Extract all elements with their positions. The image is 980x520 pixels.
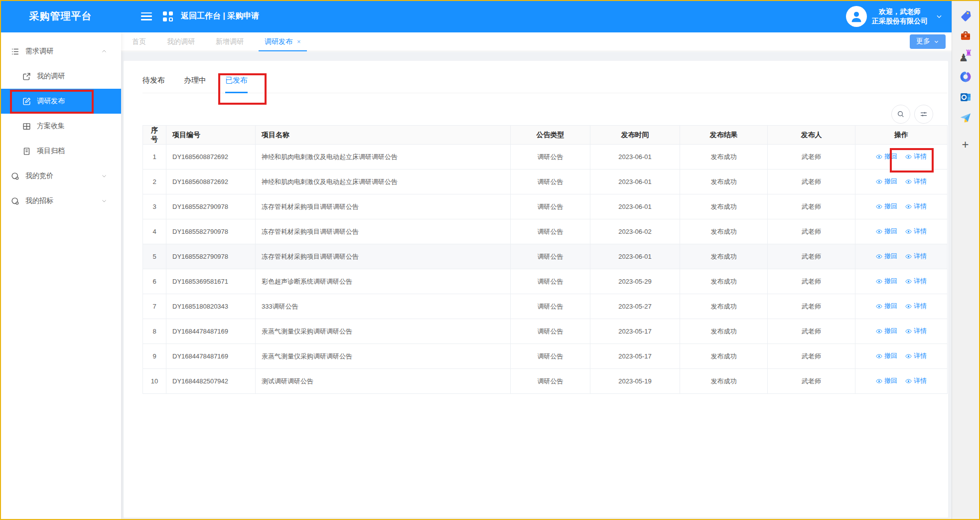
content-area: 待发布 办理中 已发布 序号项目编号项目名称公告类型发布时间发布结果发布人操作 …	[121, 52, 952, 520]
sidebar-item-my-bidding[interactable]: 我的竞价	[0, 164, 121, 188]
detail-link[interactable]: 详情	[905, 177, 927, 186]
workspace-link[interactable]: 返回工作台 | 采购申请	[181, 11, 259, 21]
outlook-icon[interactable]	[959, 91, 972, 104]
search-button[interactable]	[891, 105, 910, 124]
close-icon[interactable]: ×	[297, 38, 301, 45]
withdraw-label: 撤回	[884, 327, 897, 336]
sidebar-item-demand-survey[interactable]: 需求调研	[0, 39, 121, 64]
user-icon	[849, 9, 864, 24]
sidebar-item-survey-publish[interactable]: 调研发布	[0, 89, 121, 114]
withdraw-link[interactable]: 撤回	[876, 376, 897, 385]
sidebar-item-label: 项目归档	[37, 147, 65, 156]
tab-my-survey[interactable]: 我的调研	[161, 32, 201, 51]
sidebar-item-my-survey[interactable]: 我的调研	[0, 64, 121, 89]
detail-link[interactable]: 详情	[905, 277, 927, 286]
row-index-cell: 9	[143, 344, 166, 369]
publish-date-cell: 2023-05-17	[590, 344, 680, 369]
m365-icon[interactable]	[959, 70, 972, 83]
notice-type-cell: 调研公告	[511, 269, 590, 294]
withdraw-label: 撤回	[884, 227, 897, 236]
withdraw-link[interactable]: 撤回	[876, 227, 897, 236]
eye-icon	[876, 328, 882, 335]
chess-icon[interactable]: ♜ ♟	[959, 50, 972, 63]
table-row: 6DY1685369581671彩色超声诊断系统调研调研公告调研公告2023-0…	[143, 269, 948, 294]
sidebar-item-plan-collect[interactable]: 方案收集	[0, 114, 121, 139]
dashboard-grid-icon[interactable]	[163, 11, 173, 21]
menu-list-icon	[11, 47, 19, 56]
column-header-1: 项目编号	[166, 126, 256, 145]
browser-side-panel: ♜ ♟ +	[952, 0, 979, 520]
table-row: 9DY1684478487169汞蒸气测量仪采购调研调研公告调研公告2023-0…	[143, 344, 948, 369]
tab-new-survey[interactable]: 新增调研	[210, 32, 250, 51]
project-id-cell: DY1685582790978	[166, 244, 256, 269]
withdraw-label: 撤回	[884, 277, 897, 286]
row-index-cell: 7	[143, 294, 166, 319]
row-index-cell: 5	[143, 244, 166, 269]
detail-link[interactable]: 详情	[905, 227, 927, 236]
withdraw-link[interactable]: 撤回	[876, 202, 897, 211]
project-id-cell: DY1684478487169	[166, 319, 256, 344]
withdraw-link[interactable]: 撤回	[876, 327, 897, 336]
detail-link[interactable]: 详情	[905, 202, 927, 211]
withdraw-link[interactable]: 撤回	[876, 302, 897, 311]
detail-label: 详情	[914, 252, 927, 261]
row-index-cell: 2	[143, 170, 166, 194]
filter-button[interactable]	[914, 105, 933, 124]
project-name-cell: 汞蒸气测量仪采购调研调研公告	[256, 319, 511, 344]
detail-link[interactable]: 详情	[905, 302, 927, 311]
column-header-4: 发布时间	[590, 126, 680, 145]
tab-home[interactable]: 首页	[126, 32, 152, 51]
subtab-published[interactable]: 已发布	[225, 76, 248, 93]
detail-link[interactable]: 详情	[905, 252, 927, 261]
eye-icon	[876, 253, 882, 260]
detail-label: 详情	[914, 302, 927, 311]
chess-pawn-glyph: ♟	[959, 52, 969, 64]
subtab-processing[interactable]: 办理中	[184, 76, 206, 93]
eye-icon	[905, 228, 912, 235]
withdraw-label: 撤回	[884, 302, 897, 311]
detail-link[interactable]: 详情	[905, 376, 927, 385]
tab-survey-publish[interactable]: 调研发布 ×	[259, 32, 307, 51]
detail-link[interactable]: 详情	[905, 152, 927, 161]
subtab-pending[interactable]: 待发布	[142, 76, 165, 93]
project-id-cell: DY1685608872692	[166, 145, 256, 170]
sidebar-item-project-archive[interactable]: 项目归档	[0, 139, 121, 164]
tab-label: 新增调研	[216, 37, 244, 46]
tab-label: 我的调研	[167, 37, 195, 46]
withdraw-link[interactable]: 撤回	[876, 152, 897, 161]
withdraw-link[interactable]: 撤回	[876, 351, 897, 360]
detail-label: 详情	[914, 327, 927, 336]
chevron-down-icon	[934, 39, 939, 44]
sidebar-item-my-tender[interactable]: 我的招标	[0, 188, 121, 213]
project-id-cell: DY1684482507942	[166, 369, 256, 394]
detail-label: 详情	[914, 277, 927, 286]
tag-icon[interactable]	[959, 9, 972, 22]
detail-link[interactable]: 详情	[905, 327, 927, 336]
notice-type-cell: 调研公告	[511, 319, 590, 344]
sidebar-item-label: 我的竞价	[25, 172, 53, 180]
actions-cell: 撤回详情	[855, 294, 948, 319]
publish-result-cell: 发布成功	[680, 145, 768, 170]
row-index-cell: 10	[143, 369, 166, 394]
withdraw-label: 撤回	[884, 152, 897, 161]
user-area[interactable]: 欢迎，武老师 正采股份有限公司	[846, 6, 943, 27]
table-row: 3DY1685582790978冻存管耗材采购项目调研调研公告调研公告2023-…	[143, 194, 948, 219]
top-header-main: 返回工作台 | 采购申请 欢迎，武老师 正采股份有限公司	[121, 0, 952, 32]
eye-icon	[905, 154, 912, 160]
chess-pieces: ♜ ♟	[959, 50, 972, 63]
notice-type-cell: 调研公告	[511, 369, 590, 394]
add-icon[interactable]: +	[962, 139, 969, 151]
withdraw-link[interactable]: 撤回	[876, 277, 897, 286]
withdraw-link[interactable]: 撤回	[876, 252, 897, 261]
paper-plane-icon[interactable]	[959, 111, 972, 124]
actions-cell: 撤回详情	[855, 170, 948, 194]
tab-label: 调研发布	[265, 37, 292, 46]
project-id-cell: DY1685369581671	[166, 269, 256, 294]
withdraw-link[interactable]: 撤回	[876, 177, 897, 186]
more-button[interactable]: 更多	[910, 34, 946, 49]
detail-link[interactable]: 详情	[905, 351, 927, 360]
withdraw-label: 撤回	[884, 252, 897, 261]
publish-result-cell: 发布成功	[680, 170, 768, 194]
menu-toggle-icon[interactable]	[141, 12, 152, 20]
toolbox-icon[interactable]	[959, 29, 972, 42]
